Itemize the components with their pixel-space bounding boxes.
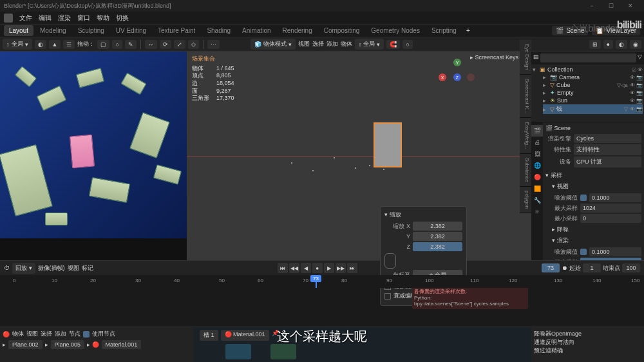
vp-menu-object[interactable]: 物体 [341,40,352,48]
record[interactable]: ● [312,263,323,273]
prop-tab-world[interactable]: 🔴 [531,171,543,183]
jump-end[interactable]: ⏭ [347,263,357,273]
tab-sculpting[interactable]: Sculpting [73,25,109,36]
close-icon[interactable]: ✕ [281,330,287,341]
prop-tab-physics[interactable]: ⚛ [531,206,543,218]
pivot-dropdown[interactable]: ↕ 全局 ▾ [355,39,384,50]
toolbar-btn2[interactable]: ▲ [49,40,61,49]
tab-scripting[interactable]: Scripting [426,25,462,36]
node-1[interactable] [225,344,251,359]
tool-rotate[interactable]: ⟳ [160,40,171,49]
nav-gizmo[interactable]: Y X Z [441,61,473,93]
window-maximize[interactable]: ☐ [601,3,621,9]
window-minimize[interactable]: − [582,3,601,9]
transform-orientation[interactable]: ↕ 全局 ▾ [3,39,32,50]
shading-solid[interactable]: ● [603,40,613,49]
tool-transform[interactable]: ◇ [188,40,199,49]
play[interactable]: ▶ [324,263,334,273]
render-engine-dropdown[interactable]: Cycles [574,134,641,143]
feature-set-dropdown[interactable]: 支持特性 [574,144,641,155]
noise-r-toggle[interactable] [580,249,587,255]
pin-icon[interactable]: 📌 [272,330,279,341]
prop-tab-output[interactable]: 🖨 [531,137,543,148]
gizmo-y[interactable]: Y [453,59,461,66]
playhead[interactable]: 73 [316,275,317,288]
gizmo-x[interactable]: X [439,73,446,81]
next-keyframe[interactable]: ▶▶ [336,263,346,273]
tab-modeling[interactable]: Modeling [35,25,71,36]
drag-mode2[interactable]: ○ [112,40,122,49]
menu-help[interactable]: 帮助 [97,14,109,23]
tab-uv[interactable]: UV Editing [111,25,151,36]
menu-render[interactable]: 渲染 [58,14,71,23]
current-frame[interactable]: 73 [542,263,560,272]
auto-key-icon[interactable]: ⏺ [562,265,567,271]
tool-scale[interactable]: ⤢ [174,40,185,49]
vtab-screencast[interactable]: Screencast K... [520,75,531,118]
drag-mode3[interactable]: ✎ [125,40,137,49]
noise-vp-toggle[interactable] [580,195,587,201]
menu-file[interactable]: 文件 [19,14,32,23]
pass-dropdown[interactable]: 反明与法向 [545,339,574,345]
timeline-marker[interactable]: 标记 [82,264,93,272]
gizmo-neg[interactable] [467,73,475,81]
noise-r-field[interactable]: 0.1000 [589,247,641,256]
object-mode-dropdown[interactable]: 🧊 物体模式 ▾ [251,39,296,50]
outliner-search[interactable] [540,53,636,62]
prop-tab-modifier[interactable]: 🔧 [531,195,543,206]
add-workspace-button[interactable]: + [463,27,473,34]
crumb-plane005[interactable]: Plane.005 [51,340,85,349]
device-dropdown[interactable]: GPU 计算 [574,157,641,167]
prop-crumb[interactable]: Scene [554,125,571,131]
tab-texturepaint[interactable]: Texture Paint [153,25,200,36]
max-samples-r-field[interactable]: 1024 [580,258,641,260]
scale-y-field[interactable]: 2.382 [413,232,462,241]
ne-select[interactable]: 选择 [41,330,52,338]
menu-window[interactable]: 窗口 [77,14,90,23]
prop-edit[interactable]: ○ [402,40,412,49]
vp-menu-add[interactable]: 添加 [327,40,338,48]
shading-matprev[interactable]: ◐ [616,40,627,49]
shading-wire[interactable]: ⊞ [589,40,601,49]
crumb-plane002[interactable]: Plane.002 [8,340,43,349]
prefilter-dropdown[interactable]: 精确 [551,347,563,354]
slot-dropdown[interactable]: 槽 1 [200,330,218,341]
toolbar-btn1[interactable]: ◐ [35,40,46,49]
outliner-cube[interactable]: Cube [556,82,615,88]
prop-tab-scene[interactable]: 🌐 [531,160,543,171]
window-close[interactable]: ✕ [621,3,640,9]
outliner-filter-icon[interactable]: ▽ [638,53,642,62]
viewport-sampling-section[interactable]: ▾ 视图 [552,181,641,192]
outliner-empty[interactable]: Empty [557,90,628,96]
ne-view[interactable]: 视图 [26,330,38,338]
prop-tab-view[interactable]: 🖼 [531,148,543,160]
timeline-view[interactable]: 视图 [68,264,79,272]
falloff-checkbox[interactable] [384,293,391,300]
tool-move[interactable]: ↔ [145,40,157,49]
max-samples-vp-field[interactable]: 1024 [580,204,641,213]
vtab-polygon[interactable]: polygon [520,187,531,213]
node-mode[interactable]: 物体 [12,330,24,338]
timeline-icon[interactable]: ⏱ [4,265,10,271]
gizmo-z[interactable]: Z [453,73,461,81]
sampling-section[interactable]: ▾ 采样 [545,170,641,181]
uv-editor[interactable] [0,52,187,260]
tab-rendering[interactable]: Rendering [278,25,317,36]
prev-keyframe[interactable]: ◀◀ [289,263,299,273]
ne-node[interactable]: 节点 [69,330,80,338]
tab-geonodes[interactable]: Geometry Nodes [366,25,425,36]
outliner-sun[interactable]: Sun [557,97,628,104]
menu-switch[interactable]: 切换 [116,14,129,23]
scale-z-field[interactable]: 2.382 [413,242,462,251]
outliner-mode-icon[interactable]: ▤ [533,53,539,62]
timeline-ruler[interactable]: 0 10 20 30 40 50 60 70 80 90 100 110 120… [0,275,644,288]
play-reverse[interactable]: ◀ [301,263,311,273]
node-2[interactable] [270,344,296,359]
scale-x-field[interactable]: 2.382 [413,222,462,231]
vtab-substance[interactable]: Substance [520,154,531,187]
node-graph[interactable]: 槽 1 🔴 Material.001 📌 ✕ [193,327,531,362]
end-frame[interactable]: 100 [622,263,640,272]
timeline-type[interactable]: 摄像(插帧) [38,264,65,272]
noise-vp-field[interactable]: 0.1000 [589,193,641,202]
drag-mode1[interactable]: ▢ [97,40,109,49]
